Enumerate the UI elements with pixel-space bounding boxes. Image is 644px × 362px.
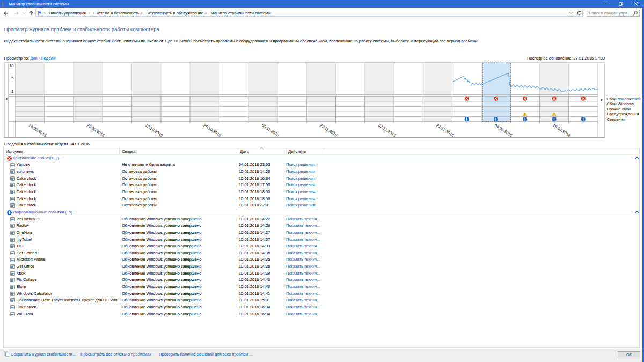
svg-text:Прочие сбои: Прочие сбои <box>607 107 631 112</box>
svg-text:Сведения: Сведения <box>607 117 625 122</box>
svg-text:5: 5 <box>11 76 13 80</box>
svg-text:10: 10 <box>9 63 13 68</box>
svg-text:Сбои приложений: Сбои приложений <box>607 97 641 101</box>
svg-text:Сбои Windows: Сбои Windows <box>607 101 634 106</box>
svg-text:Предупреждения: Предупреждения <box>607 112 639 116</box>
svg-text:1: 1 <box>11 89 13 94</box>
